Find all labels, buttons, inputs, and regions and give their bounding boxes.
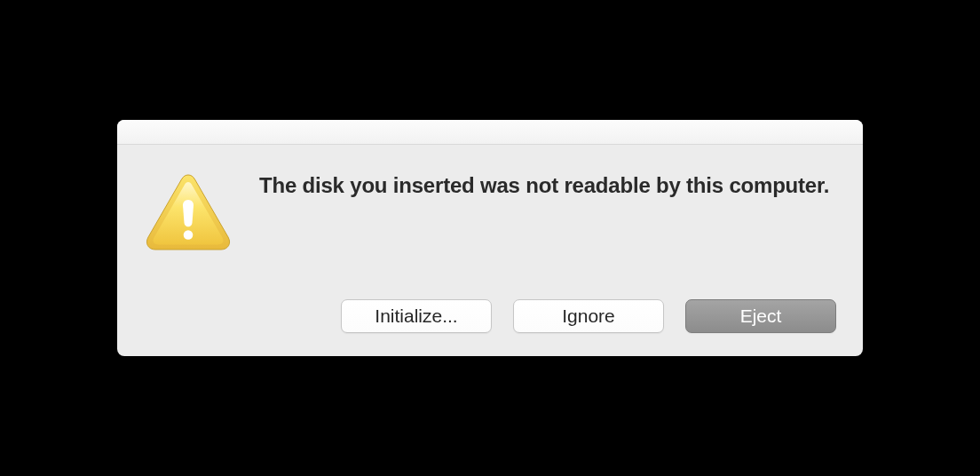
- text-area: The disk you inserted was not readable b…: [259, 170, 836, 199]
- alert-dialog: The disk you inserted was not readable b…: [117, 120, 863, 356]
- initialize-button[interactable]: Initialize...: [341, 299, 492, 333]
- svg-point-0: [184, 230, 194, 240]
- dialog-message: The disk you inserted was not readable b…: [259, 171, 836, 199]
- warning-icon: [144, 170, 233, 251]
- eject-button[interactable]: Eject: [685, 299, 836, 333]
- dialog-content: The disk you inserted was not readable b…: [117, 145, 863, 273]
- ignore-button[interactable]: Ignore: [513, 299, 664, 333]
- titlebar: [117, 120, 863, 145]
- button-row: Initialize... Ignore Eject: [117, 299, 863, 356]
